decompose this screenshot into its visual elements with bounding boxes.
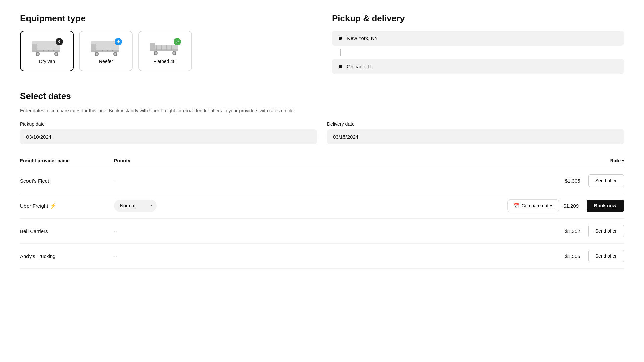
delivery-date-input[interactable] (327, 129, 624, 144)
flatbed-label: Flatbed 48' (147, 59, 183, 64)
book-now-button[interactable]: Book now (587, 200, 624, 212)
svg-point-7 (43, 50, 44, 51)
dry-van-image (30, 38, 64, 55)
origin-item: New York, NY (332, 31, 624, 46)
svg-rect-11 (91, 50, 119, 52)
send-offer-button-andys[interactable]: Send offer (588, 250, 624, 262)
compare-dates-label: Compare dates (522, 203, 554, 208)
dates-row: Pickup date Delivery date (20, 121, 624, 144)
svg-point-14 (96, 53, 98, 55)
rate-andys-trucking: $1,505 (565, 253, 588, 259)
select-dates-subtitle: Enter dates to compare rates for this la… (20, 108, 624, 113)
svg-point-15 (114, 53, 116, 55)
reefer-label: Reefer (88, 59, 124, 64)
table-row: Scout's Fleet -- $1,305 Send offer (20, 168, 624, 193)
select-dates-section: Select dates Enter dates to compare rate… (20, 91, 624, 269)
destination-city: Chicago, IL (347, 64, 372, 69)
svg-point-19 (112, 50, 113, 51)
destination-square (339, 65, 342, 68)
svg-rect-26 (150, 43, 155, 49)
equipment-card-flatbed[interactable]: ↗ Flatbed 48' (138, 31, 192, 71)
action-scouts-fleet: Send offer (588, 174, 624, 187)
svg-point-24 (155, 52, 157, 54)
svg-point-17 (102, 50, 103, 51)
col-priority: Priority (114, 158, 610, 163)
uber-priority-area: Normal Priority High Priority (114, 200, 507, 212)
flatbed-badge: ↗ (174, 38, 181, 45)
svg-point-4 (37, 53, 39, 55)
pickup-date-input[interactable] (20, 129, 317, 144)
delivery-date-field: Delivery date (327, 121, 624, 144)
equipment-type-title: Equipment type (20, 13, 312, 24)
route-list: New York, NY Chicago, IL (332, 31, 624, 74)
select-dates-title: Select dates (20, 91, 624, 101)
rate-bell-carriers: $1,352 (565, 228, 588, 234)
lightning-icon: ⚡ (50, 203, 56, 209)
provider-bell-carriers: Bell Carriers (20, 228, 114, 234)
sort-icon[interactable]: ▾ (622, 158, 624, 163)
priority-andys-trucking: -- (114, 253, 565, 259)
table-row-uber: Uber Freight ⚡ Normal Priority High Prio… (20, 193, 624, 219)
compare-dates-button[interactable]: 📅 Compare dates (507, 199, 559, 212)
delivery-date-label: Delivery date (327, 121, 624, 127)
svg-point-9 (53, 50, 54, 51)
action-andys-trucking: Send offer (588, 250, 624, 262)
equipment-card-dry-van[interactable]: Dry van (20, 31, 74, 71)
rate-scouts-fleet: $1,305 (565, 178, 588, 184)
destination-item: Chicago, IL (332, 59, 624, 74)
svg-point-25 (173, 52, 175, 54)
provider-andys-trucking: Andy's Trucking (20, 253, 114, 259)
priority-dropdown-uber[interactable]: Normal Priority High Priority (114, 200, 157, 212)
equipment-type-section: Equipment type (20, 13, 312, 74)
equipment-cards: Dry van (20, 31, 312, 71)
action-bell-carriers: Send offer (588, 225, 624, 237)
svg-rect-6 (32, 44, 37, 50)
table-header: Freight provider name Priority Rate ▾ (20, 155, 624, 167)
pickup-date-label: Pickup date (20, 121, 317, 127)
dry-van-label: Dry van (29, 59, 65, 64)
priority-bell-carriers: -- (114, 228, 565, 234)
svg-point-5 (55, 53, 57, 55)
pickup-delivery-section: Pickup & delivery New York, NY Chicago, … (332, 13, 624, 74)
origin-dot (339, 37, 342, 40)
svg-point-18 (107, 50, 108, 51)
svg-rect-1 (32, 50, 60, 52)
rate-uber-freight: $1,209 (563, 203, 579, 209)
origin-city: New York, NY (347, 35, 378, 41)
equipment-card-reefer[interactable]: ❄ Reefer (79, 31, 133, 71)
priority-scouts-fleet: -- (114, 178, 565, 183)
table-row: Bell Carriers -- $1,352 Send offer (20, 219, 624, 244)
reefer-image: ❄ (89, 38, 123, 55)
provider-uber-freight: Uber Freight ⚡ (20, 203, 114, 209)
col-provider-name: Freight provider name (20, 158, 114, 163)
flatbed-image: ↗ (148, 38, 182, 55)
dry-van-badge (56, 38, 63, 45)
svg-point-8 (48, 50, 49, 51)
provider-scouts-fleet: Scout's Fleet (20, 178, 114, 184)
pickup-date-field: Pickup date (20, 121, 317, 144)
action-uber-freight: Book now (587, 200, 624, 212)
table-row: Andy's Trucking -- $1,505 Send offer (20, 244, 624, 269)
calendar-icon: 📅 (513, 203, 519, 208)
svg-rect-16 (91, 44, 96, 50)
route-connector (340, 49, 341, 56)
send-offer-button-bell[interactable]: Send offer (588, 225, 624, 237)
pickup-delivery-title: Pickup & delivery (332, 13, 624, 24)
svg-rect-21 (150, 49, 178, 51)
reefer-badge: ❄ (115, 38, 122, 45)
col-rate: Rate ▾ (610, 158, 624, 163)
send-offer-button-scouts[interactable]: Send offer (588, 174, 624, 187)
